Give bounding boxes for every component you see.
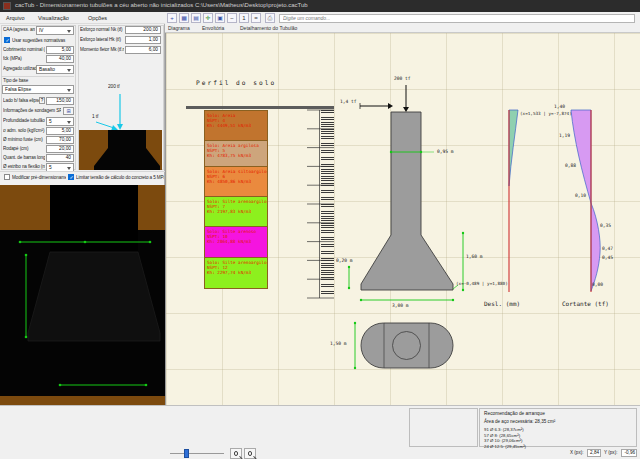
one-button[interactable]: 1 <box>239 13 249 23</box>
reinforcement-title: Recomendação de arranque <box>484 411 545 416</box>
minus-button[interactable]: − <box>227 13 237 23</box>
norm-suggestions-checkbox[interactable] <box>4 37 10 43</box>
shear-diagram <box>571 110 600 292</box>
shear-value: 0,45 <box>602 255 613 260</box>
fuste-min-label: Ø mínimo fuste (cm) <box>3 137 45 142</box>
add-green-button[interactable]: ✛ <box>203 13 213 23</box>
load-arrows <box>360 85 406 109</box>
caa-select[interactable]: IV <box>36 26 74 35</box>
grid-button[interactable]: ▦ <box>179 13 189 23</box>
equals-button[interactable]: = <box>251 13 261 23</box>
agregado-label: Agregado utilizado <box>3 66 36 71</box>
zoom-slider-handle[interactable] <box>184 449 189 458</box>
menu-visualizacao[interactable]: Visualização <box>38 15 69 21</box>
sondagem-label: Informações de sondagem SPT ⟶ <box>3 108 61 113</box>
rodape-input[interactable]: 20,00 <box>46 145 74 153</box>
drawing-canvas[interactable]: Perfil do solo Solo: Areia NSPT: 4 Kh: 4… <box>165 33 640 405</box>
rebar-option: 37 Ø 10: (29,06cm²) <box>484 438 522 443</box>
menu-opcoes[interactable]: Opções <box>88 15 107 21</box>
fuste-min-input[interactable]: 70,00 <box>46 136 74 144</box>
estribo-label: Ø estribo na flexão (mm) <box>3 164 45 169</box>
limitar-checkbox[interactable] <box>68 174 74 180</box>
shear-value: 0,10 <box>575 193 586 198</box>
lado-b-label: Lado b/ falsa elipse (cm) <box>3 98 39 103</box>
dim-shaft-diameter: 0,95 m <box>437 149 454 154</box>
dim-rodape: 0,20 m <box>336 258 353 263</box>
shear-value: 0,00 <box>592 282 603 287</box>
title-bar: cacTub - Dimensionamento tubulões a céu … <box>0 0 640 12</box>
shear-value: 0,88 <box>565 163 576 168</box>
sigma-adm-label: σ adm. solo (kgf/cm²) <box>3 128 45 133</box>
window-title: cacTub - Dimensionamento tubulões a céu … <box>15 2 308 8</box>
tipo-base-select[interactable]: Falsa Elipse <box>2 85 74 94</box>
command-input[interactable] <box>279 14 635 23</box>
x-coordinate-label: X (px): <box>570 450 584 455</box>
divider <box>0 171 165 172</box>
modificar-label: Modificar pré-dimensionamento <box>12 175 66 180</box>
foundation-elevation-shape <box>361 112 453 290</box>
sigma-adm-input[interactable]: 5,00 <box>46 127 74 135</box>
caa-label: CAA (agress. ambiental) <box>3 27 35 32</box>
profundidade-label: Profundidade tubulão (m) <box>3 118 45 123</box>
shear-value: 0,35 <box>600 223 611 228</box>
spacer-panel <box>409 408 478 447</box>
modificar-checkbox[interactable] <box>4 174 10 180</box>
mini-preview-drawing <box>78 86 163 170</box>
barras-label: Quant. de barras long. <box>3 155 45 160</box>
shear-value: 0,47 <box>602 246 613 251</box>
shear-value: 1,40 <box>554 104 565 109</box>
displacement-annotation: (x=1,533 | y=-7,874) <box>520 111 572 116</box>
fck-input[interactable]: 40,00 <box>46 55 74 63</box>
esforco-lateral-label: Esforço lateral Hk (tf) <box>80 37 124 42</box>
fck-label: fck (MPa) <box>3 56 45 61</box>
agregado-select[interactable]: Basalto <box>36 65 74 74</box>
tab-diagrama[interactable]: Diagrama <box>168 25 190 31</box>
sondagem-button[interactable]: ⊞ <box>63 107 74 115</box>
divider <box>2 76 74 77</box>
displacement-diagram <box>509 110 518 292</box>
reinforcement-panel: Recomendação de arranque Área de aço nec… <box>479 408 637 447</box>
esforco-normal-label: Esforço normal Nk (tf) <box>80 27 124 32</box>
frame-button[interactable]: ▣ <box>215 13 225 23</box>
cobrimento-label: Cobrimento nominal (cm) <box>3 47 45 52</box>
limitar-label: Limitar tensão de cálculo do concreto a … <box>76 175 164 180</box>
lado-b-help-button[interactable]: ? <box>39 97 45 104</box>
zoom-in-button[interactable] <box>230 448 242 459</box>
momento-input[interactable]: 6,00 <box>125 46 161 54</box>
dim-plan-width: 1,50 m <box>330 341 347 346</box>
cobrimento-input[interactable]: 5,00 <box>46 46 74 54</box>
app-icon <box>3 2 11 10</box>
layers-button[interactable]: ▤ <box>191 13 201 23</box>
parameters-panel: CAA (agress. ambiental) IV Usar sugestõe… <box>0 24 165 459</box>
base-coordinate-annotation: (x=-0,489 | y=1,880) <box>456 281 508 286</box>
y-coordinate-label: Y (px): <box>604 450 617 455</box>
zoom-out-button[interactable] <box>244 448 256 459</box>
lado-b-input[interactable]: 150,00 <box>46 97 74 105</box>
dim-base-width: 3,00 m <box>392 303 409 308</box>
foundation-preview-drawing <box>0 185 165 412</box>
shear-axis-label: Cortante (tf) <box>562 300 609 307</box>
tab-envoltoria[interactable]: Envoltória <box>202 25 224 31</box>
snapshot-button[interactable]: ⎙ <box>265 13 275 23</box>
view-tabs: Diagrama Envoltória Detalhamento do Tubu… <box>165 24 640 33</box>
esforco-normal-input[interactable]: 200,00 <box>125 26 161 34</box>
rebar-option: 24 Ø 12.5: (29,45cm²) <box>484 444 526 449</box>
norm-suggestions-label: Usar sugestões normativas <box>12 38 74 43</box>
canvas-toolbar: + ▦ ▤ ✛ ▣ − 1 = ⎙ <box>165 12 640 24</box>
menu-arquivo[interactable]: Arquivo <box>6 15 25 21</box>
elevation-normal-load: 200 tf <box>394 76 411 81</box>
foundation-plan-shape <box>361 323 453 368</box>
zoom-slider-track[interactable] <box>170 453 224 454</box>
depth-ruler <box>307 110 334 298</box>
y-coordinate-value: -0,96 <box>621 449 637 457</box>
application-window: cacTub - Dimensionamento tubulões a céu … <box>0 0 640 459</box>
bottom-bar: Diagramas de esforços gerados! [15/05/20… <box>0 405 640 459</box>
steel-area-required: Área de aço necessária: 28,35 cm² <box>484 419 555 424</box>
dim-base-height: 1,60 m <box>466 254 483 259</box>
momento-label: Momento fletor Mk (tf.m) <box>80 47 124 52</box>
tab-detalhamento[interactable]: Detalhamento do Tubulão <box>240 25 297 31</box>
profundidade-select[interactable]: 5 <box>46 117 74 126</box>
barras-input[interactable]: 40 <box>46 154 74 162</box>
add-button[interactable]: + <box>167 13 177 23</box>
esforco-lateral-input[interactable]: 1,00 <box>125 36 161 44</box>
